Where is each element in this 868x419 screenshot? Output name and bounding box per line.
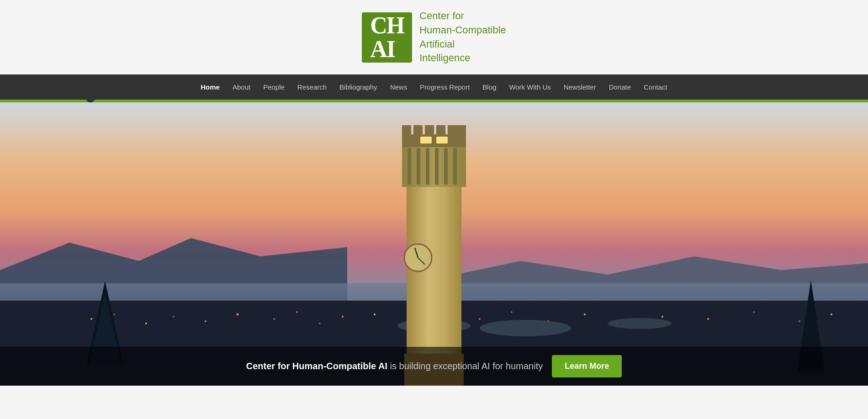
nav-item-home[interactable]: Home bbox=[194, 74, 226, 100]
main-nav: Home About People Research Bibliography … bbox=[0, 74, 868, 100]
org-name-line3: Artificial bbox=[419, 37, 506, 52]
nav-item-about[interactable]: About bbox=[226, 74, 257, 100]
svg-rect-33 bbox=[426, 148, 429, 185]
svg-rect-39 bbox=[413, 125, 423, 137]
svg-point-18 bbox=[584, 313, 586, 315]
svg-point-5 bbox=[173, 316, 175, 318]
svg-point-20 bbox=[662, 316, 663, 318]
svg-point-27 bbox=[608, 318, 672, 329]
nav-item-people[interactable]: People bbox=[257, 74, 291, 100]
logo-ai: AI bbox=[370, 37, 404, 61]
nav-item-bibliography[interactable]: Bibliography bbox=[333, 74, 384, 100]
svg-rect-44 bbox=[420, 137, 432, 143]
hero-banner-bold: Center for Human-Compatible AI bbox=[246, 361, 387, 371]
svg-point-12 bbox=[374, 313, 376, 315]
svg-rect-35 bbox=[444, 148, 448, 185]
org-name-line2: Human-Compatible bbox=[419, 23, 506, 37]
svg-point-22 bbox=[753, 312, 755, 313]
nav-inner: Home About People Research Bibliography … bbox=[0, 74, 868, 100]
svg-rect-34 bbox=[435, 148, 439, 185]
svg-point-10 bbox=[319, 323, 321, 324]
org-name: Center for Human-Compatible Artificial I… bbox=[419, 9, 506, 65]
svg-point-16 bbox=[511, 312, 513, 313]
site-header: CH AI Center for Human-Compatible Artifi… bbox=[0, 0, 868, 74]
svg-point-11 bbox=[342, 316, 344, 318]
hero-banner: Center for Human-Compatible AI is buildi… bbox=[0, 347, 868, 386]
tower bbox=[397, 121, 471, 386]
logo-ch: CH bbox=[370, 14, 404, 37]
svg-rect-43 bbox=[457, 125, 466, 137]
logo-box: CH AI bbox=[362, 12, 412, 63]
nav-item-newsletter[interactable]: Newsletter bbox=[557, 74, 603, 100]
nav-item-donate[interactable]: Donate bbox=[603, 74, 637, 100]
svg-rect-41 bbox=[436, 125, 445, 137]
svg-point-21 bbox=[707, 318, 709, 320]
svg-point-6 bbox=[205, 320, 206, 322]
nav-item-news[interactable]: News bbox=[384, 74, 414, 100]
nav-item-blog[interactable]: Blog bbox=[476, 74, 503, 100]
svg-rect-38 bbox=[402, 125, 411, 137]
hero-banner-normal-text: is building exceptional AI for humanity bbox=[390, 361, 543, 371]
svg-rect-42 bbox=[448, 125, 457, 137]
svg-rect-45 bbox=[436, 137, 448, 143]
hero-banner-text: Center for Human-Compatible AI is buildi… bbox=[246, 361, 543, 371]
svg-point-26 bbox=[480, 320, 571, 336]
svg-point-7 bbox=[237, 313, 239, 316]
nav-item-contact[interactable]: Contact bbox=[637, 74, 674, 100]
svg-rect-32 bbox=[417, 148, 420, 185]
hero-section: Center for Human-Compatible AI is buildi… bbox=[0, 102, 868, 386]
logo-container[interactable]: CH AI Center for Human-Compatible Artifi… bbox=[362, 9, 506, 65]
svg-rect-36 bbox=[453, 148, 457, 185]
nav-item-work-with-us[interactable]: Work With Us bbox=[503, 74, 557, 100]
svg-point-9 bbox=[296, 311, 298, 313]
svg-point-8 bbox=[274, 318, 275, 320]
svg-rect-31 bbox=[408, 148, 411, 185]
svg-point-24 bbox=[831, 313, 832, 315]
nav-item-research[interactable]: Research bbox=[291, 74, 333, 100]
nav-item-progress-report[interactable]: Progress Report bbox=[413, 74, 476, 100]
svg-point-4 bbox=[145, 323, 147, 324]
svg-rect-40 bbox=[425, 125, 434, 137]
logo-letters: CH AI bbox=[370, 14, 404, 61]
org-name-line4: Intelligence bbox=[419, 51, 506, 65]
svg-point-15 bbox=[479, 318, 481, 320]
learn-more-button[interactable]: Learn More bbox=[552, 355, 622, 377]
org-name-line1: Center for bbox=[419, 9, 506, 23]
